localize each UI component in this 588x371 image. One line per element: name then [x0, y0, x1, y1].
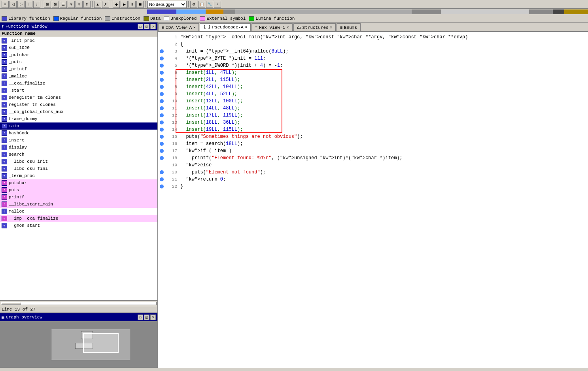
func-item[interactable]: fprintf — [0, 194, 157, 201]
tab-close-btn[interactable]: ✕ — [193, 25, 195, 30]
titlebar-close-btn[interactable]: ✕ — [150, 24, 156, 29]
func-item[interactable]: fdisplay — [0, 144, 157, 151]
func-item[interactable]: fmain — [0, 122, 157, 130]
code-line[interactable]: 2{ — [158, 41, 588, 48]
func-item[interactable]: fframe_dummy — [0, 115, 157, 122]
code-line[interactable]: 19 "kw">else — [158, 162, 588, 169]
func-item[interactable]: f__gmon_start__ — [0, 222, 157, 229]
toolbar-btn-10[interactable]: ⬇ — [76, 1, 83, 8]
func-item[interactable]: f_putchar — [0, 51, 157, 58]
scrollbar-track[interactable] — [1, 302, 157, 305]
line-content: "kw">else — [180, 162, 586, 168]
toolbar-btn-1[interactable]: ≡ — [2, 1, 9, 8]
func-item[interactable]: f_start — [0, 87, 157, 94]
toolbar-btn-15[interactable]: ▶ — [121, 1, 128, 8]
tab-close-btn[interactable]: ✕ — [287, 25, 289, 30]
func-item[interactable]: f_puts — [0, 58, 157, 66]
func-item[interactable]: fsub_1020 — [0, 44, 157, 51]
toolbar-btn-19[interactable]: 📋 — [198, 1, 205, 8]
toolbar-btn-5[interactable]: ↓ — [33, 1, 40, 8]
debugger-select[interactable]: No debugger — [147, 1, 187, 8]
toolbar-btn-3[interactable]: ▷ — [17, 1, 25, 8]
toolbar-btn-21[interactable]: + — [214, 1, 221, 8]
func-item[interactable]: fputchar — [0, 179, 157, 186]
code-line[interactable]: 21 "kw">return 0; — [158, 176, 588, 183]
toolbar-btn-7[interactable]: ⊠ — [52, 1, 59, 8]
code-line[interactable]: 3 init = ("type">__int64)malloc(8uLL); — [158, 48, 588, 55]
func-item[interactable]: f_term_proc — [0, 172, 157, 179]
toolbar-btn-18[interactable]: ⚙ — [190, 1, 197, 8]
code-line[interactable]: 16 item = search(18LL); — [158, 140, 588, 147]
code-line[interactable]: 8 insert(42LL, 104LL); — [158, 83, 588, 90]
func-icon: f — [2, 95, 7, 100]
func-item[interactable]: f__libc_csu_init — [0, 158, 157, 165]
graph-content — [0, 321, 157, 368]
tab-label: Pseudocode-A — [212, 25, 243, 30]
toolbar-btn-12[interactable]: ▲ — [94, 1, 101, 8]
tab-enums[interactable]: ≣Enums — [337, 23, 361, 31]
toolbar-btn-4[interactable]: ↑ — [25, 1, 32, 8]
titlebar-float-btn[interactable]: ◱ — [144, 24, 149, 29]
func-item[interactable]: fsearch — [0, 151, 157, 158]
func-item[interactable]: fputs — [0, 186, 157, 194]
toolbar-btn-13[interactable]: ✗ — [102, 1, 109, 8]
tab-structures[interactable]: 🗂Structures✕ — [293, 23, 336, 31]
code-line[interactable]: 9 insert(4LL, 52LL); — [158, 90, 588, 98]
func-item[interactable]: fhashCode — [0, 130, 157, 137]
func-item[interactable]: fregister_tm_clones — [0, 101, 157, 108]
graph-viewport[interactable] — [83, 333, 119, 353]
graph-restore-btn[interactable]: □ — [138, 315, 143, 320]
code-line[interactable]: 1"kw">int "type">__cdecl main("kw">int a… — [158, 34, 588, 41]
legend-color-library — [2, 16, 7, 21]
code-line[interactable]: 7 insert(2LL, 115LL); — [158, 76, 588, 83]
legend-unexplored: Unexplored — [164, 16, 197, 21]
code-line[interactable]: 20 puts("Element not found"); — [158, 169, 588, 176]
func-item[interactable]: f__libc_start_main — [0, 201, 157, 208]
tab-pseudocode-a[interactable]: { }Pseudocode-A✕ — [200, 23, 251, 31]
toolbar-btn-16[interactable]: ⏸ — [129, 1, 136, 8]
toolbar-btn-2[interactable]: ◁ — [9, 1, 17, 8]
toolbar-btn-9[interactable]: ≋ — [68, 1, 75, 8]
toolbar-btn-20[interactable]: 🔧 — [206, 1, 213, 8]
code-line[interactable]: 13 insert(18LL, 36LL); — [158, 119, 588, 126]
code-line[interactable]: 11 insert(14LL, 48LL); — [158, 105, 588, 112]
code-line[interactable]: 10 insert(12LL, 100LL); — [158, 98, 588, 105]
code-line[interactable]: 18 printf("Element found: %d\n", ("kw">u… — [158, 154, 588, 162]
code-line[interactable]: 6 insert(1LL, 47LL); — [158, 69, 588, 76]
code-line[interactable]: 14 insert(19LL, 115LL); — [158, 126, 588, 133]
code-line[interactable]: 22} — [158, 183, 588, 190]
code-line[interactable]: 4 *("type">_BYTE *)init = 111; — [158, 55, 588, 62]
graph-close-btn[interactable]: ✕ — [150, 315, 156, 320]
code-line[interactable]: 12 insert(17LL, 119LL); — [158, 112, 588, 119]
functions-list[interactable]: f_init_procfsub_1020f_putcharf_putsf_pri… — [0, 37, 157, 300]
code-line[interactable]: 15 puts("Sometimes things are not obviou… — [158, 133, 588, 140]
func-item[interactable]: fderegister_tm_clones — [0, 94, 157, 101]
code-area[interactable]: 1"kw">int "type">__cdecl main("kw">int a… — [158, 32, 588, 368]
titlebar-restore-btn[interactable]: □ — [138, 24, 143, 29]
line-number: 3 — [166, 49, 177, 54]
func-item[interactable]: f__cxa_finalize — [0, 80, 157, 87]
toolbar-btn-6[interactable]: ⊞ — [44, 1, 51, 8]
func-item[interactable]: f__libc_csu_fini — [0, 165, 157, 172]
func-name: display — [9, 145, 27, 150]
code-line[interactable]: 17 "kw">if ( item ) — [158, 147, 588, 154]
func-item[interactable]: fmalloc — [0, 208, 157, 215]
func-item[interactable]: f_init_proc — [0, 37, 157, 44]
tab-close-btn[interactable]: ✕ — [330, 25, 332, 30]
scrollbar-thumb[interactable] — [1, 302, 21, 305]
func-item[interactable]: f_printf — [0, 66, 157, 73]
graph-float-btn[interactable]: ◱ — [144, 315, 149, 320]
toolbar-btn-11[interactable]: ⬆ — [83, 1, 91, 8]
horizontal-scrollbar[interactable] — [0, 300, 157, 306]
toolbar-btn-14[interactable]: ◆ — [113, 1, 120, 8]
toolbar-btn-8[interactable]: ☰ — [60, 1, 67, 8]
tab-ida-view-a[interactable]: ⊞IDA View-A✕ — [158, 23, 199, 31]
func-item[interactable]: f__imp__cxa_finalize — [0, 215, 157, 222]
func-item[interactable]: f__do_global_dtors_aux — [0, 108, 157, 115]
func-item[interactable]: finsert — [0, 137, 157, 144]
tab-close-btn[interactable]: ✕ — [245, 25, 247, 29]
code-line[interactable]: 5 *("type">_DWORD *)(init + 4) = -1; — [158, 62, 588, 69]
toolbar-btn-17[interactable]: ⏹ — [136, 1, 144, 8]
tab-hex-view-1[interactable]: ≡Hex View-1✕ — [251, 23, 292, 31]
func-item[interactable]: f_malloc — [0, 73, 157, 80]
